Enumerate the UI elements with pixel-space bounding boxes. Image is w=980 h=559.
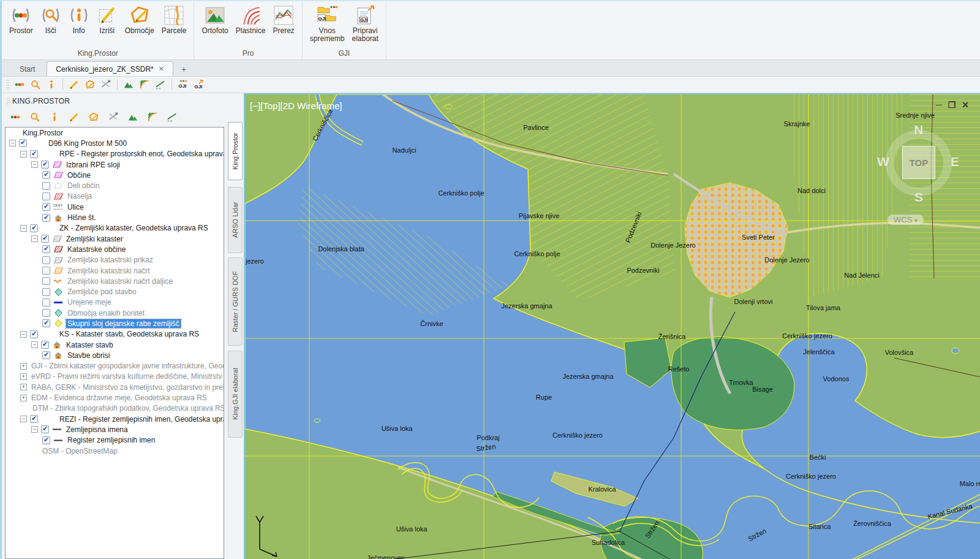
layer-checkbox[interactable]	[42, 171, 50, 179]
collapse-icon[interactable]: −	[20, 225, 27, 232]
tree-row[interactable]: +EDM - Evidenca državne meje, Geodetska …	[6, 392, 224, 403]
collapse-icon[interactable]: −	[31, 235, 38, 242]
collapse-icon[interactable]: −	[31, 161, 38, 168]
tree-row[interactable]: Občine	[6, 170, 224, 180]
layer-checkbox[interactable]	[42, 245, 50, 253]
layer-checkbox[interactable]	[41, 425, 49, 433]
išči-button[interactable]: Išči	[37, 3, 64, 37]
collapse-icon[interactable]: −	[20, 151, 27, 158]
layer-checkbox[interactable]	[30, 330, 38, 338]
izriši-button[interactable]: Izriši	[94, 3, 121, 37]
layer-checkbox[interactable]	[42, 182, 50, 190]
layer-checkbox[interactable]	[42, 214, 50, 222]
območje-button[interactable]: Območje	[122, 3, 157, 37]
layer-checkbox[interactable]	[41, 235, 49, 243]
measure-icon[interactable]	[99, 78, 113, 91]
ortofoto-button[interactable]: Ortofoto	[198, 3, 231, 37]
tree-row[interactable]: −D96 King Prostor M 500	[6, 138, 224, 148]
layer-checkbox[interactable]	[42, 256, 50, 264]
tree-row[interactable]: Deli občin	[6, 180, 224, 191]
drag-grip-icon[interactable]	[7, 97, 10, 105]
search-icon[interactable]	[29, 78, 42, 91]
viewcube-north[interactable]: N	[914, 123, 923, 137]
terrain-icon[interactable]	[126, 111, 140, 123]
signal-icon[interactable]	[146, 111, 159, 123]
tree-row[interactable]: Zemljiško katastrski načrt	[6, 265, 224, 276]
tree-row[interactable]: Katastrske občine	[6, 244, 224, 254]
tree-row[interactable]: +eVRD - Pravni režimi varstva kulturne d…	[6, 371, 224, 382]
side-tab-king-prostor[interactable]: King.Prostor	[228, 122, 243, 180]
tree-row[interactable]: Urejene meje	[6, 297, 224, 308]
restore-icon[interactable]: ❐	[948, 101, 956, 109]
pripravi-elaborat-button[interactable]: GJIPripravi elaborat	[349, 3, 382, 45]
layers-dots-icon[interactable]	[9, 111, 22, 123]
document-tab-1[interactable]: Start	[10, 61, 44, 76]
expand-icon[interactable]: +	[20, 384, 27, 390]
tree-row[interactable]: Zemljiško katastrski prikaz	[6, 255, 224, 265]
layer-checkbox[interactable]	[42, 309, 50, 317]
panel-header[interactable]: KING.PROSTOR	[2, 93, 227, 108]
area-icon[interactable]	[87, 111, 100, 123]
signal-icon[interactable]	[138, 78, 151, 91]
view-cube[interactable]: N W E S TOP	[882, 126, 956, 200]
side-tab-king-gji-elaborat[interactable]: King.GJI elaborat	[228, 351, 243, 438]
tree-row[interactable]: Stavbe obrisi	[6, 350, 224, 360]
layer-checkbox[interactable]	[30, 415, 38, 423]
layer-checkbox[interactable]	[42, 299, 50, 306]
layer-checkbox[interactable]	[30, 150, 38, 158]
terrain-icon[interactable]	[122, 78, 135, 91]
layer-checkbox[interactable]	[41, 161, 49, 169]
side-tab-arso-lidar[interactable]: ARSO Lidar	[228, 187, 243, 253]
tree-row[interactable]: Hišne št.	[6, 212, 224, 222]
layers-dots-icon[interactable]	[13, 78, 26, 91]
tree-row[interactable]: −Zemljiški kataster	[6, 234, 224, 244]
viewcube-south[interactable]: S	[914, 190, 923, 205]
tree-row[interactable]: −Kataster stavb	[6, 340, 224, 350]
area-icon[interactable]	[83, 78, 97, 91]
tree-row[interactable]: Zemljišče pod stavbo	[6, 286, 224, 297]
layer-checkbox[interactable]	[41, 341, 49, 349]
collapse-icon[interactable]: −	[31, 341, 38, 348]
layer-checkbox[interactable]	[42, 277, 50, 285]
prostor-button[interactable]: Prostor	[6, 3, 36, 37]
tree-row[interactable]: −ZK - Zemljiški kataster, Geodetska upra…	[6, 223, 224, 234]
slope-icon[interactable]	[154, 78, 167, 91]
tree-row[interactable]: Območja enakih bonitet	[6, 308, 224, 318]
layer-checkbox[interactable]	[42, 436, 50, 444]
map-viewport[interactable]: CerkniščicaPavlinceSkrajnkeSrednje njive…	[244, 93, 980, 559]
tree-row[interactable]: King.Prostor	[6, 127, 224, 138]
tree-row[interactable]: Skupni sloj dejanske rabe zemljišč	[6, 318, 224, 329]
parcele-button[interactable]: Parcele	[159, 3, 190, 37]
wcs-selector[interactable]: WCS ▾	[888, 215, 924, 225]
tree-row[interactable]: +RABA, GERK - Ministrstvo za kmetijstvo,…	[6, 382, 224, 392]
layer-checkbox[interactable]	[42, 267, 50, 275]
layer-checkbox[interactable]	[42, 351, 50, 359]
expand-icon[interactable]: +	[20, 373, 27, 380]
side-tab-raster-gurs-dof[interactable]: Raster / GURS DOF	[228, 257, 243, 346]
layer-checkbox[interactable]	[42, 192, 50, 200]
new-tab-button[interactable]: +	[176, 61, 192, 76]
layer-checkbox[interactable]	[19, 139, 27, 147]
expand-icon[interactable]: +	[20, 395, 27, 401]
close-tab-icon[interactable]: ✕	[159, 65, 164, 73]
gji-out-icon[interactable]: GJI	[192, 78, 206, 91]
layer-checkbox[interactable]	[42, 203, 50, 211]
gji-in-icon[interactable]: GJI	[176, 78, 190, 91]
tree-row[interactable]: CESTUlice	[6, 202, 224, 212]
viewcube-top-button[interactable]: TOP	[902, 146, 935, 179]
prerez-button[interactable]: Prerez	[270, 3, 297, 37]
collapse-icon[interactable]: −	[20, 416, 27, 422]
map-canvas[interactable]: CerkniščicaPavlinceSkrajnkeSrednje njive…	[245, 94, 980, 559]
pencil-icon[interactable]	[67, 111, 81, 123]
drag-grip-icon[interactable]	[6, 79, 9, 90]
layer-checkbox[interactable]	[42, 288, 50, 296]
document-tab-2[interactable]: Cerknisko_jezero_ZK_SSDR*✕	[47, 61, 173, 76]
vnos-sprememb-button[interactable]: GJIVnos sprememb	[307, 3, 348, 45]
info-icon[interactable]	[45, 78, 58, 91]
expand-icon[interactable]: +	[20, 363, 27, 370]
layer-checkbox[interactable]	[42, 319, 50, 327]
slope-icon[interactable]	[165, 111, 179, 123]
minimize-icon[interactable]: ─	[936, 101, 942, 109]
collapse-icon[interactable]: −	[31, 426, 38, 433]
tree-row[interactable]: Zemljiško katastrski načrt daljice	[6, 276, 224, 286]
